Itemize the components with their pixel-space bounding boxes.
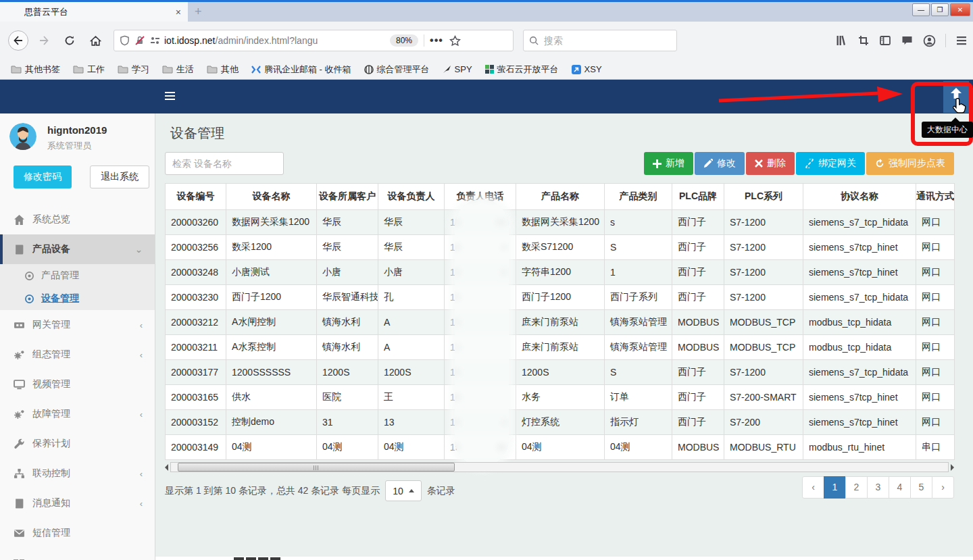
table-row[interactable]: 200003256 数采1200 华辰 华辰 184 数采S71200 S 西门… (166, 235, 955, 260)
sidebar-item-linkage-control[interactable]: 联动控制 ‹ (0, 459, 155, 488)
col-header[interactable]: PLC品牌 (672, 184, 724, 210)
col-header[interactable]: 设备所属客户 (317, 184, 378, 210)
sidebar-item-gateway-management[interactable]: 网关管理 ‹ (0, 310, 155, 340)
sidebar-item-cutoff[interactable] (0, 548, 155, 560)
cell-plc-series: S7-200 (724, 410, 803, 435)
logout-button[interactable]: 退出系统 (90, 166, 149, 188)
bookmark-ezviz[interactable]: 萤石云开放平台 (485, 63, 559, 76)
add-button[interactable]: 新增 (644, 152, 693, 175)
home-icon (14, 214, 25, 226)
scrollbar-track[interactable] (170, 462, 949, 472)
col-header[interactable]: 设备名称 (226, 184, 317, 210)
window-close-button[interactable]: ✕ (950, 3, 970, 16)
scroll-right-arrow-icon[interactable] (951, 464, 954, 471)
horizontal-scrollbar[interactable] (165, 462, 954, 472)
col-header[interactable]: 产品类别 (605, 184, 672, 210)
library-icon[interactable] (835, 34, 848, 47)
delete-button[interactable]: 删除 (746, 152, 795, 175)
window-restore-button[interactable]: ❐ (931, 3, 949, 16)
bookmark-spy[interactable]: SPY (443, 64, 472, 74)
change-password-button[interactable]: 修改密码 (14, 166, 72, 188)
menu-icon[interactable] (955, 35, 968, 46)
bookmark-folder-other[interactable]: 其他书签 (11, 63, 60, 76)
bookmark-folder-misc[interactable]: 其他 (207, 63, 239, 76)
sidebar-item-message-notice[interactable]: 消息通知 ‹ (0, 488, 155, 518)
reload-button[interactable] (59, 30, 80, 51)
table-row[interactable]: 200003248 小唐测试 小唐 小唐 130 字符串1200 1 西门子 S… (166, 260, 955, 285)
table-row[interactable]: 200003177 1200SSSSSS 1200S 1200S 15 1200… (166, 360, 955, 385)
chevron-left-icon: ‹ (140, 350, 143, 360)
sidebar-item-fault-management[interactable]: 故障管理 ‹ (0, 399, 155, 429)
sidebars-icon[interactable] (879, 34, 891, 47)
sidebar-item-sms-management[interactable]: 短信管理 (0, 518, 155, 548)
table-row[interactable]: 200003260 数据网关采集1200 华辰 华辰 1804 数据网关采集12… (166, 210, 955, 235)
tab-close-icon[interactable]: × (176, 7, 181, 18)
cell-protocol: siemens_s7tcp_hinet (803, 410, 916, 435)
bookmark-star-icon[interactable] (449, 35, 461, 47)
col-header[interactable]: PLC系列 (724, 184, 803, 210)
browser-tab[interactable]: 思普云平台 × (0, 2, 188, 22)
cell-comm: 网口 (916, 335, 955, 360)
bind-gateway-button[interactable]: 绑定网关 (796, 152, 865, 175)
bookmark-tencent-mail[interactable]: 腾讯企业邮箱 - 收件箱 (251, 63, 351, 76)
bookmark-mgmt-platform[interactable]: 综合管理平台 (364, 63, 430, 76)
bookmark-folder-work[interactable]: 工作 (73, 63, 105, 76)
col-header[interactable]: 设备负责人 (378, 184, 445, 210)
new-tab-button[interactable]: + (195, 5, 202, 18)
page-actions-icon[interactable]: ••• (430, 34, 443, 47)
cell-customer: 小唐 (317, 260, 378, 285)
sidebar-item-system-overview[interactable]: 系统总览 (0, 205, 155, 234)
sidebar-item-product-device[interactable]: 产品设备 ⌄ (0, 234, 155, 264)
page-button-5[interactable]: 5 (910, 476, 932, 499)
device-search-input[interactable] (165, 152, 284, 175)
bookmark-xsy[interactable]: XSY (572, 64, 602, 74)
cell-category: 指示灯 (605, 410, 672, 435)
edit-button[interactable]: 修改 (695, 152, 745, 175)
prev-page-button[interactable]: ‹ (802, 476, 824, 499)
cell-device-id: 200003248 (166, 260, 226, 285)
bookmark-folder-life[interactable]: 生活 (162, 63, 194, 76)
messages-icon[interactable] (901, 34, 914, 47)
page-button-4[interactable]: 4 (889, 476, 911, 499)
table-row[interactable]: 200003211 A水泵控制 镇海水利 A 13 庶来门前泵站 镇海泵站管理 … (166, 335, 955, 360)
table-row[interactable]: 200003230 西门子1200 华辰智通科技 孔 15 西门子1200 西门… (166, 285, 955, 310)
screenshot-icon[interactable] (857, 34, 870, 47)
window-minimize-button[interactable]: — (912, 3, 930, 16)
zoom-level-badge[interactable]: 80% (390, 34, 418, 47)
table-row[interactable]: 200003152 控制demo 31 13 153 灯控系统 指示灯 西门子 … (166, 410, 955, 435)
sidebar-item-video-management[interactable]: 视频管理 (0, 370, 155, 399)
col-header[interactable]: 产品名称 (516, 184, 605, 210)
table-row[interactable]: 200003149 04测 04测 04测 1538 04测 04测 MODBU… (166, 435, 955, 460)
sidebar-item-device-management[interactable]: 设备管理 (0, 287, 155, 310)
table-row[interactable]: 200003212 A水闸控制 镇海水利 A 13 庶来门前泵站 镇海泵站管理 … (166, 310, 955, 335)
refresh-icon (875, 159, 884, 168)
col-header[interactable]: 协议名称 (803, 184, 916, 210)
home-button[interactable] (85, 30, 105, 51)
back-button[interactable] (8, 30, 28, 51)
url-bar[interactable]: iot.idosp.net/admin/index.html?langu 80%… (114, 30, 514, 51)
sidebar-item-product-management[interactable]: 产品管理 (0, 264, 155, 287)
sidebar-item-maintenance-plan[interactable]: 保养计划 (0, 429, 155, 459)
cell-owner: A (378, 335, 445, 360)
cell-comm: 网口 (916, 360, 955, 385)
page-size-select[interactable]: 10 (385, 480, 422, 501)
browser-search-input[interactable] (544, 35, 652, 46)
scroll-left-arrow-icon[interactable] (165, 464, 168, 471)
scrollbar-thumb[interactable] (178, 463, 455, 472)
page-button-3[interactable]: 3 (867, 476, 889, 499)
table-row[interactable]: 200003165 供水 医院 王 18 水务 订单 西门子 S7-200-SM… (166, 385, 955, 410)
permissions-icon (150, 36, 160, 45)
gears-icon (14, 349, 25, 361)
forward-button[interactable] (34, 30, 54, 51)
bookmark-folder-study[interactable]: 学习 (118, 63, 149, 76)
page-button-1[interactable]: 1 (824, 476, 846, 499)
page-button-2[interactable]: 2 (845, 476, 868, 499)
next-page-button[interactable]: › (932, 476, 954, 499)
account-icon[interactable] (923, 34, 936, 47)
col-header[interactable]: 通讯方式 (916, 184, 955, 210)
browser-search-box[interactable] (523, 30, 677, 51)
sidebar-toggle-icon[interactable] (165, 92, 175, 102)
force-sync-button[interactable]: 强制同步点表 (866, 152, 954, 175)
col-header[interactable]: 设备编号 (166, 184, 226, 210)
sidebar-item-config-management[interactable]: 组态管理 ‹ (0, 340, 155, 370)
